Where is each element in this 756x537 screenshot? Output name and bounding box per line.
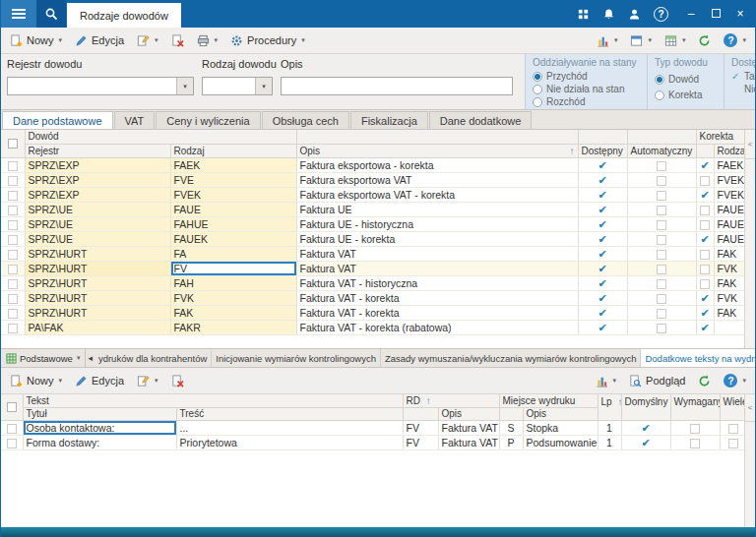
table-row[interactable]: PA\FAKFAKRFaktura VAT - korekta (rabatow… bbox=[1, 320, 747, 334]
procedures-button[interactable]: Procedury ▾ bbox=[224, 32, 311, 49]
header-dostepny[interactable]: Dostępny bbox=[578, 144, 627, 157]
checkbox-unchecked[interactable] bbox=[728, 424, 738, 434]
cell-rejestr[interactable]: PA\FAK bbox=[25, 320, 170, 334]
cell-opis[interactable]: Faktura eksportowa VAT - korekta bbox=[296, 187, 578, 202]
header-wiele[interactable]: Wiele bbox=[720, 394, 747, 420]
apps-grid-icon[interactable] bbox=[577, 8, 590, 21]
cell-rodzaj-korekty[interactable]: FAK bbox=[714, 275, 747, 290]
cell-tresc[interactable]: Priorytetowa bbox=[176, 435, 403, 449]
row-select-cell[interactable] bbox=[1, 305, 25, 320]
table-row[interactable]: SPRZ\UEFAUEKFaktura UE - korekta✔✔FAUEK bbox=[1, 231, 747, 246]
cell-opis[interactable]: Faktura VAT - korekta bbox=[296, 305, 578, 320]
row-select-cell[interactable] bbox=[1, 172, 25, 187]
cell-rejestr[interactable]: SPRZ\EXP bbox=[25, 187, 170, 202]
edit-dropdown-button[interactable]: ▾ bbox=[131, 373, 164, 389]
row-select-cell[interactable] bbox=[1, 216, 25, 231]
option-nie[interactable]: Nie bbox=[731, 84, 755, 94]
cell-automatyczny[interactable] bbox=[627, 290, 696, 305]
cell-dostepny[interactable]: ✔ bbox=[578, 275, 627, 290]
table-row[interactable]: SPRZ\EXPFVEFaktura eksportowa VAT✔FVEK bbox=[1, 172, 747, 187]
row-checkbox[interactable] bbox=[8, 161, 18, 171]
cell-opis[interactable]: Faktura VAT - historyczna bbox=[296, 275, 578, 290]
cell-rodzaj[interactable]: FAUEK bbox=[170, 231, 296, 246]
header-domyslny[interactable]: Domyślny bbox=[621, 394, 670, 420]
tab-vat[interactable]: VAT bbox=[114, 111, 156, 129]
refresh-button[interactable] bbox=[692, 373, 717, 389]
table-row[interactable]: SPRZ\HURTFAHFaktura VAT - historyczna✔FA… bbox=[1, 275, 747, 290]
cell-korekta[interactable] bbox=[696, 216, 714, 231]
bottom-tab-dodatkowe-teksty[interactable]: Dodatkowe teksty na wydruku bbox=[641, 349, 755, 367]
checkbox-unchecked[interactable] bbox=[657, 235, 666, 245]
minimize-button[interactable]: – bbox=[685, 7, 697, 21]
cell-dostepny[interactable]: ✔ bbox=[578, 246, 627, 261]
preview-button[interactable]: Podgląd bbox=[623, 373, 691, 389]
delete-button[interactable] bbox=[165, 32, 190, 49]
cell-rejestr[interactable]: SPRZ\HURT bbox=[25, 261, 170, 275]
checkbox-unchecked[interactable] bbox=[690, 439, 700, 448]
row-checkbox[interactable] bbox=[7, 439, 17, 448]
row-checkbox[interactable] bbox=[8, 294, 18, 304]
header-rodzaj-korekty[interactable]: Rodzaj d bbox=[714, 144, 747, 157]
cell-opis[interactable]: Faktura VAT - korekta (rabatowa) bbox=[296, 320, 578, 334]
tab-fiskalizacja[interactable]: Fiskalizacja bbox=[350, 111, 428, 129]
cell-rodzaj-korekty[interactable]: FAUEK bbox=[714, 202, 747, 216]
tab-ceny-i-wyliczenia[interactable]: Ceny i wyliczenia bbox=[156, 111, 260, 129]
cell-miejsce-opis[interactable]: Stopka bbox=[523, 420, 598, 435]
checkbox-unchecked[interactable] bbox=[657, 265, 666, 274]
row-select-cell[interactable] bbox=[1, 202, 25, 216]
radio-korekta[interactable]: Korekta bbox=[655, 90, 717, 100]
new-text-button[interactable]: Nowy ▾ bbox=[4, 373, 68, 389]
cell-rd[interactable]: FV bbox=[403, 420, 438, 435]
cell-dostepny[interactable]: ✔ bbox=[578, 172, 627, 187]
edit-dropdown-button[interactable]: ▾ bbox=[131, 32, 164, 49]
cell-automatyczny[interactable] bbox=[627, 202, 696, 216]
checkbox-unchecked[interactable] bbox=[657, 309, 666, 319]
cell-automatyczny[interactable] bbox=[627, 320, 696, 334]
table-row[interactable]: Forma dostawy:PriorytetowaFVFaktura VATP… bbox=[1, 435, 747, 449]
cell-korekta[interactable] bbox=[696, 275, 714, 290]
checkbox-unchecked[interactable] bbox=[657, 279, 666, 289]
chevron-down-icon[interactable]: ▾ bbox=[176, 78, 193, 94]
cell-rodzaj[interactable]: FV bbox=[170, 261, 296, 275]
cell-miejsce[interactable]: P bbox=[499, 435, 523, 449]
cell-dostepny[interactable]: ✔ bbox=[578, 320, 627, 334]
row-select-cell[interactable] bbox=[1, 187, 25, 202]
table-row[interactable]: SPRZ\UEFAHUEFaktura UE - historyczna✔FAU… bbox=[1, 216, 747, 231]
cell-rejestr[interactable]: SPRZ\HURT bbox=[25, 305, 170, 320]
cell-opis[interactable]: Faktura VAT bbox=[296, 246, 578, 261]
row-checkbox[interactable] bbox=[8, 206, 18, 215]
cell-opis[interactable]: Faktura VAT bbox=[296, 261, 578, 275]
opis-filter-input[interactable] bbox=[281, 77, 513, 95]
help-icon[interactable]: ? bbox=[654, 7, 668, 22]
cell-rodzaj[interactable]: FAEK bbox=[170, 157, 296, 172]
refresh-button[interactable] bbox=[692, 32, 717, 49]
header-tytul[interactable]: Tytuł bbox=[23, 407, 176, 420]
cell-rejestr[interactable]: SPRZ\UE bbox=[25, 231, 170, 246]
cell-automatyczny[interactable] bbox=[627, 157, 696, 172]
header-select-all[interactable] bbox=[1, 130, 25, 157]
cell-automatyczny[interactable] bbox=[627, 246, 696, 261]
checkbox-unchecked[interactable] bbox=[700, 279, 710, 289]
print-button[interactable]: ▾ bbox=[191, 32, 224, 49]
cell-korekta[interactable]: ✔ bbox=[696, 320, 714, 334]
radio-rozchod[interactable]: Rozchód bbox=[533, 96, 640, 107]
cell-rodzaj-korekty[interactable]: FAK bbox=[714, 246, 747, 261]
header-rodzaj[interactable]: Rodzaj bbox=[170, 144, 296, 157]
cell-opis[interactable]: Faktura VAT - korekta bbox=[296, 290, 578, 305]
checkbox-unchecked[interactable] bbox=[657, 206, 666, 215]
bottom-tab-selector[interactable]: Podstawowe ▾ bbox=[1, 349, 86, 367]
cell-rodzaj[interactable]: FA bbox=[170, 246, 296, 261]
header-group-tekst[interactable]: Tekst bbox=[23, 394, 403, 407]
cell-rd-opis[interactable]: Faktura VAT bbox=[438, 435, 499, 449]
chevron-down-icon[interactable]: ▾ bbox=[255, 78, 272, 94]
cell-wiele[interactable] bbox=[720, 435, 747, 449]
cell-rodzaj[interactable]: FAH bbox=[170, 275, 296, 290]
row-select-cell[interactable] bbox=[1, 261, 25, 275]
tab-obsluga-cech[interactable]: Obsługa cech bbox=[262, 111, 349, 129]
cell-rodzaj[interactable]: FAUE bbox=[170, 202, 296, 216]
radio-nie-dziala-na-stan[interactable]: Nie działa na stan bbox=[533, 84, 640, 94]
hamburger-menu-button[interactable] bbox=[1, 0, 36, 28]
cell-tresc[interactable]: ... bbox=[176, 420, 403, 435]
cell-korekta[interactable] bbox=[696, 172, 714, 187]
bottom-tab-zasady-wymuszania[interactable]: Zasady wymuszania/wykluczania wymiarów k… bbox=[381, 349, 642, 367]
